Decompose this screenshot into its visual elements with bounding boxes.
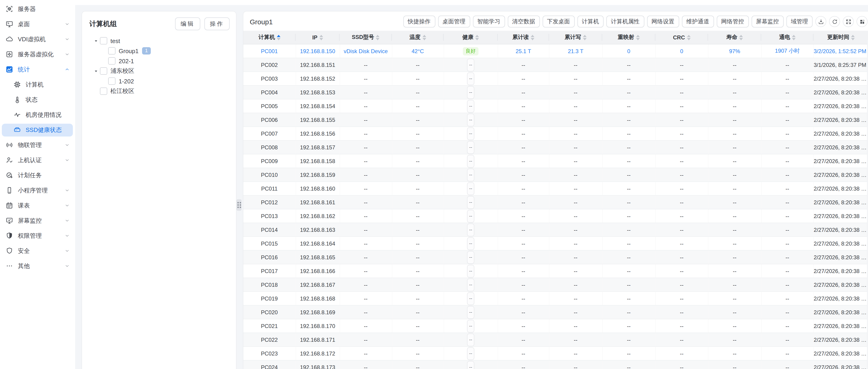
table-row[interactable]: PC007192.168.8.156------------------2/27… bbox=[243, 127, 868, 140]
cell-ssd-model[interactable]: vDisk Disk Device bbox=[340, 44, 392, 58]
cell-computer[interactable]: PC001 bbox=[243, 44, 296, 58]
download-button[interactable] bbox=[815, 16, 826, 27]
cell-power-on[interactable]: 1907 小时 bbox=[761, 44, 813, 58]
tree-node[interactable]: 松江校区 bbox=[82, 86, 236, 96]
tree-node-label[interactable]: 202-1 bbox=[119, 58, 134, 64]
cell-crc[interactable]: 0 bbox=[655, 44, 708, 58]
table-row[interactable]: PC014192.168.8.163------------------2/27… bbox=[243, 223, 868, 237]
table-row[interactable]: PC005192.168.8.154------------------2/27… bbox=[243, 99, 868, 113]
column-header-update-time[interactable]: 更新时间 bbox=[813, 31, 868, 44]
table-row[interactable]: PC023192.168.8.172------------------2/27… bbox=[243, 346, 868, 360]
toolbar-button-7[interactable]: 计算机属性 bbox=[606, 15, 644, 28]
column-header-life[interactable]: 寿命 bbox=[708, 31, 761, 44]
tree-node-label[interactable]: 1-202 bbox=[119, 78, 134, 85]
sidebar-item-room-usage[interactable]: 机房使用情况 bbox=[0, 107, 75, 122]
tree-node[interactable]: 浦东校区 bbox=[82, 66, 236, 76]
tree-checkbox[interactable] bbox=[108, 77, 116, 85]
table-row[interactable]: PC016192.168.8.165------------------2/27… bbox=[243, 250, 868, 264]
cell-health[interactable]: 良好 bbox=[444, 44, 498, 58]
table-row[interactable]: PC002192.168.8.151------------------3/1/… bbox=[243, 58, 868, 72]
tree-checkbox[interactable] bbox=[108, 47, 116, 55]
cell-ip[interactable]: 192.168.8.150 bbox=[296, 44, 340, 58]
column-header-crc[interactable]: CRC bbox=[655, 31, 708, 44]
column-header-ssd-model[interactable]: SSD型号 bbox=[340, 31, 392, 44]
toolbar-button-2[interactable]: 桌面管理 bbox=[438, 15, 470, 28]
tree-node-label[interactable]: Group1 bbox=[119, 47, 138, 54]
toolbar-button-5[interactable]: 下发桌面 bbox=[542, 15, 575, 28]
refresh-button[interactable] bbox=[829, 16, 840, 27]
toolbar-button-6[interactable]: 计算机 bbox=[577, 15, 603, 28]
table-row[interactable]: PC004192.168.8.153------------------2/27… bbox=[243, 86, 868, 99]
tree-expander-icon[interactable] bbox=[93, 69, 98, 73]
table-row[interactable]: PC017192.168.8.166------------------2/27… bbox=[243, 264, 868, 278]
sidebar-item-server-virtualization[interactable]: 服务器虚拟化 bbox=[0, 47, 75, 62]
columns-button[interactable] bbox=[857, 16, 868, 27]
toolbar-button-11[interactable]: 屏幕监控 bbox=[751, 15, 783, 28]
tree-node-label[interactable]: 松江校区 bbox=[111, 87, 134, 95]
sidebar-item-vdi-vm[interactable]: VDI虚拟机 bbox=[0, 32, 75, 47]
table-row[interactable]: PC020192.168.8.169------------------2/27… bbox=[243, 305, 868, 319]
sidebar-item-timetable[interactable]: 课表 bbox=[0, 198, 75, 213]
table-row[interactable]: PC009192.168.8.158------------------2/27… bbox=[243, 154, 868, 168]
sidebar-item-computers[interactable]: 计算机 bbox=[0, 77, 75, 92]
tree-node-label[interactable]: test bbox=[111, 37, 120, 44]
column-header-ip[interactable]: IP bbox=[296, 31, 340, 44]
table-row[interactable]: PC012192.168.8.161------------------2/27… bbox=[243, 195, 868, 209]
sidebar-item-statistics[interactable]: 统计 bbox=[0, 62, 75, 77]
sidebar-item-ssd-health[interactable]: SSD健康状态 bbox=[2, 124, 73, 136]
table-row[interactable]: PC011192.168.8.160------------------2/27… bbox=[243, 181, 868, 195]
column-header-computer[interactable]: 计算机 bbox=[243, 31, 296, 44]
cell-total-read[interactable]: 25.1 T bbox=[498, 44, 549, 58]
sidebar-item-login-auth[interactable]: 上机认证 bbox=[0, 153, 75, 168]
table-row[interactable]: PC015192.168.8.164------------------2/27… bbox=[243, 237, 868, 250]
sidebar-item-status[interactable]: 状态 bbox=[0, 92, 75, 107]
table-row[interactable]: PC008192.168.8.157------------------2/27… bbox=[243, 140, 868, 154]
column-header-total-write[interactable]: 累计写 bbox=[549, 31, 602, 44]
tree-node[interactable]: Group11 bbox=[82, 46, 236, 56]
table-row[interactable]: PC010192.168.8.159------------------2/27… bbox=[243, 168, 868, 181]
sidebar-item-other[interactable]: 其他 bbox=[0, 258, 75, 273]
toolbar-button-9[interactable]: 维护通道 bbox=[682, 15, 714, 28]
cell-total-write[interactable]: 21.3 T bbox=[549, 44, 602, 58]
tree-node[interactable]: 202-1 bbox=[82, 56, 236, 66]
table-row[interactable]: PC022192.168.8.171------------------2/27… bbox=[243, 333, 868, 346]
tree-node[interactable]: test bbox=[82, 36, 236, 46]
table-row[interactable]: PC019192.168.8.168------------------2/27… bbox=[243, 292, 868, 305]
cell-temperature[interactable]: 42°C bbox=[392, 44, 444, 58]
sidebar-item-permission-management[interactable]: 权限管理 bbox=[0, 228, 75, 243]
edit-button[interactable]: 编辑 bbox=[175, 18, 200, 30]
toolbar-button-10[interactable]: 网络管控 bbox=[716, 15, 749, 28]
column-header-remap[interactable]: 重映射 bbox=[602, 31, 655, 44]
table-row[interactable]: PC024192.168.8.173------------------2/27… bbox=[243, 360, 868, 369]
sidebar-item-scheduled-tasks[interactable]: 计划任务 bbox=[0, 168, 75, 183]
sidebar-item-screen-monitoring[interactable]: 屏幕监控 bbox=[0, 213, 75, 228]
sidebar-item-mini-program[interactable]: 小程序管理 bbox=[0, 183, 75, 198]
sidebar-item-server[interactable]: 服务器 bbox=[0, 1, 75, 16]
column-header-temperature[interactable]: 温度 bbox=[392, 31, 444, 44]
fullscreen-button[interactable] bbox=[843, 16, 854, 27]
table-scrollbar[interactable] bbox=[867, 40, 868, 369]
column-header-total-read[interactable]: 累计读 bbox=[498, 31, 549, 44]
table-row[interactable]: PC006192.168.8.155------------------2/27… bbox=[243, 113, 868, 127]
tree-expander-icon[interactable] bbox=[93, 39, 98, 43]
table-row[interactable]: PC001192.168.8.150vDisk Disk Device42°C良… bbox=[243, 44, 868, 58]
table-row[interactable]: PC003192.168.8.152------------------2/27… bbox=[243, 72, 868, 86]
table-row[interactable]: PC018192.168.8.167------------------2/27… bbox=[243, 278, 868, 292]
action-button[interactable]: 操作 bbox=[205, 18, 229, 30]
tree-checkbox[interactable] bbox=[100, 37, 107, 44]
sidebar-item-iot-management[interactable]: 物联管理 bbox=[0, 137, 75, 153]
tree-checkbox[interactable] bbox=[100, 67, 107, 75]
tree-node[interactable]: 1-202 bbox=[82, 76, 236, 86]
tree-checkbox[interactable] bbox=[108, 57, 116, 65]
table-row[interactable]: PC013192.168.8.162------------------2/27… bbox=[243, 209, 868, 223]
toolbar-button-4[interactable]: 清空数据 bbox=[507, 15, 539, 28]
table-row[interactable]: PC021192.168.8.170------------------2/27… bbox=[243, 319, 868, 333]
toolbar-button-8[interactable]: 网络设置 bbox=[647, 15, 679, 28]
cell-update-time[interactable]: 3/2/2026, 1:52:52 PM bbox=[813, 44, 868, 58]
sidebar-item-security[interactable]: 安全 bbox=[0, 243, 75, 258]
tree-node-label[interactable]: 浦东校区 bbox=[111, 67, 134, 75]
sidebar-item-desktop[interactable]: 桌面 bbox=[0, 16, 75, 32]
toolbar-button-1[interactable]: 快捷操作 bbox=[403, 15, 435, 28]
column-header-power-on[interactable]: 通电 bbox=[761, 31, 813, 44]
cell-remap[interactable]: 0 bbox=[602, 44, 655, 58]
